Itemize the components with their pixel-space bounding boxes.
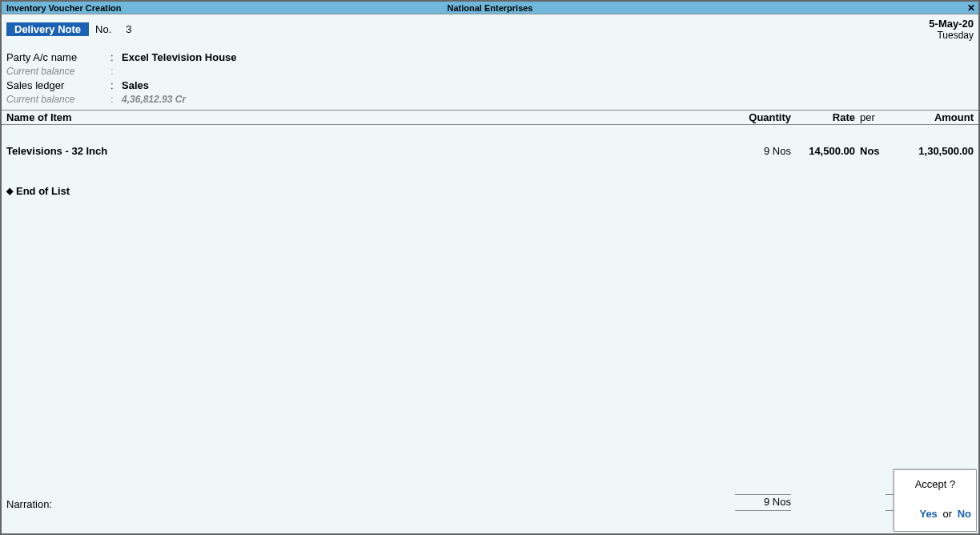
item-per: Nos (855, 144, 886, 158)
voucher-no-value[interactable]: 3 (126, 23, 131, 35)
diamond-icon: ◆ (6, 186, 13, 196)
item-rate: 14,500.00 (791, 144, 855, 158)
accept-yes-button[interactable]: Yes (919, 508, 937, 520)
item-amount: 1,30,500.00 (886, 144, 974, 158)
voucher-day: Tuesday (929, 30, 974, 41)
party-balance-label: Current balance (6, 65, 110, 78)
accept-or: or (942, 508, 952, 520)
title-center: National Enterprises (448, 3, 533, 13)
party-name-label: Party A/c name (6, 50, 110, 64)
col-header-amount: Amount (886, 111, 974, 124)
sales-ledger-label: Sales ledger (6, 78, 110, 92)
accept-no-button[interactable]: No (958, 508, 971, 520)
content-area: Delivery Note No. 3 5-May-20 Tuesday Par… (2, 14, 978, 533)
party-section: Party A/c name : Excel Television House … (2, 42, 978, 108)
items-header: Name of Item Quantity Rate per Amount (2, 110, 978, 125)
accept-title: Accept ? (899, 478, 971, 490)
close-icon[interactable]: ✕ (967, 2, 975, 14)
items-body: Televisions - 32 Inch 9 Nos 14,500.00 No… (2, 125, 978, 197)
item-quantity: 9 Nos (735, 144, 791, 158)
title-left: Inventory Voucher Creation (2, 3, 121, 13)
voucher-header-right: 5-May-20 Tuesday (929, 18, 974, 41)
voucher-header-left: Delivery Note No. 3 (6, 18, 132, 41)
total-quantity: 9 Nos (735, 494, 791, 511)
end-of-list: ◆ End of List (6, 185, 974, 197)
totals-row: Narration: 9 Nos (6, 494, 974, 511)
accept-dialog: Accept ? Yes or No (894, 469, 977, 532)
title-bar: Inventory Voucher Creation National Ente… (2, 2, 978, 14)
voucher-header: Delivery Note No. 3 5-May-20 Tuesday (2, 14, 978, 42)
table-row[interactable]: Televisions - 32 Inch 9 Nos 14,500.00 No… (6, 144, 974, 158)
voucher-type[interactable]: Delivery Note (6, 22, 89, 36)
party-name-value[interactable]: Excel Television House (122, 50, 237, 64)
col-header-per: per (855, 111, 886, 124)
sales-ledger-value[interactable]: Sales (122, 78, 149, 92)
col-header-quantity: Quantity (735, 111, 791, 124)
ledger-balance-label: Current balance (6, 93, 110, 107)
ledger-balance-value: 4,36,812.93 Cr (122, 93, 186, 107)
col-header-name: Name of Item (6, 111, 735, 124)
col-header-rate: Rate (791, 111, 855, 124)
footer: Narration: 9 Nos (2, 494, 978, 533)
voucher-date: 5-May-20 (929, 18, 974, 30)
item-name: Televisions - 32 Inch (6, 144, 735, 158)
narration-label: Narration: (6, 497, 735, 511)
voucher-no-label: No. (95, 23, 111, 35)
